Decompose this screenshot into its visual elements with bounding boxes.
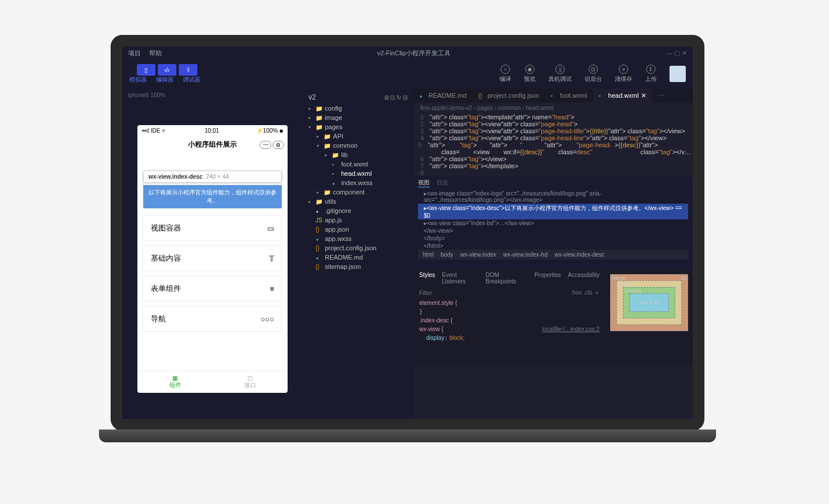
box-content: 240 × 44 [629,293,669,312]
tab-foot-wxml[interactable]: ▪foot.wxml [545,88,593,102]
styles-hov-cls[interactable]: :hov .cls ＋ [571,289,600,297]
list-item[interactable]: 视图容器▭ [143,215,282,241]
tab-debugger-icon[interactable]: ⫴ [179,64,197,76]
action-upload[interactable]: ↥上传 [640,65,661,83]
dom-node[interactable]: </html> [418,242,688,250]
editor-panel: ⬥README.md {}project.config.json ▪foot.w… [413,88,693,419]
form-icon: ≡ [270,285,274,293]
capsule-close-icon[interactable]: ⊙ [272,141,284,149]
phone-statusbar: ••ıl IDE ᯤ10:01⚡100% ■ [137,125,288,136]
dom-node[interactable]: </wx-view> [418,227,688,235]
menubar: 项目 帮助 v2-FinClip小程序开发工具 — ▢ ✕ [122,47,693,59]
dom-node[interactable]: ▸<wx-view class="index-desc">以下将展示小程序官方组… [418,204,688,219]
tab-readme[interactable]: ⬥README.md [413,88,472,102]
file-node[interactable]: ▸📁component [303,187,413,197]
dom-breadcrumb[interactable]: htmlbodywx-view.indexwx-view.index-hdwx-… [418,250,688,260]
file-node[interactable]: ▾📁common [303,141,413,150]
phone-tabbar: ▦组件 ◫接口 [137,371,288,393]
tab-editor[interactable]: 编辑器 [156,76,173,84]
phone-desc-highlight: 以下将展示小程序官方组件能力，组件样式仅供参考。 [143,185,282,208]
file-node[interactable]: ⬥.gitignore [303,206,413,215]
list-item[interactable]: 表单组件≡ [143,276,282,301]
dom-tab-view[interactable]: 视图 [418,179,430,187]
window-title: v2-FinClip小程序开发工具 [170,49,658,58]
file-node[interactable]: ▸📁lib [303,150,413,159]
file-node[interactable]: ⬥app.wxss [303,234,413,243]
dom-node[interactable]: ▸<wx-image class="index-logo" src="../re… [418,190,688,204]
tab-more-icon[interactable]: ⋯ [652,88,670,102]
inspect-tooltip: wx-view.index-desc240 × 44 [143,171,282,183]
phone-page-title: 小程序组件展示 ⋯⊙ [137,136,288,153]
file-node[interactable]: JSapp.js [303,215,413,225]
view-container-icon: ▭ [267,224,274,233]
explorer-actions[interactable]: ⊞ ⊡ ↻ ⊟ [384,94,408,101]
file-node[interactable]: {}sitemap.json [303,262,413,271]
phone-frame: ••ıl IDE ᯤ10:01⚡100% ■ 小程序组件展示 ⋯⊙ wx-vie… [137,125,288,393]
breadcrumb[interactable]: fino-applet-demo-v2 › pages › common › h… [413,102,693,113]
dom-inspector: 视图 日志 ▸<wx-image class="index-logo" src=… [413,176,693,269]
list-item[interactable]: 基础内容𝕋 [143,246,282,271]
devtab-listeners[interactable]: Event Listeners [442,272,479,285]
action-background[interactable]: ⊡切后台 [580,65,607,83]
file-node[interactable]: ▪foot.wxml [303,159,413,169]
action-clear-cache[interactable]: ≡清缓存 [610,65,637,83]
laptop-frame: 项目 帮助 v2-FinClip小程序开发工具 — ▢ ✕ ▯ ‹/› ⫴ 模拟… [99,35,716,460]
simulator-device[interactable]: iphone6 100% [122,88,303,102]
tab-simulator[interactable]: 模拟器 [129,76,147,84]
menu-help[interactable]: 帮助 [149,49,162,58]
dom-node[interactable]: ▸<wx-view class="index-bd">…</wx-view> [418,219,688,227]
tab-head-wxml[interactable]: ▪head.wxml ✕ [593,88,653,102]
capsule-menu-icon[interactable]: ⋯ [260,141,271,149]
tab-editor-icon[interactable]: ‹/› [158,64,176,76]
dom-tab-log[interactable]: 日志 [437,179,448,187]
file-node[interactable]: ▸📁config [303,104,413,113]
file-node[interactable]: {}app.json [303,225,413,234]
box-model: margin10 border padding 240 × 44 [605,269,693,365]
laptop-base [99,430,716,442]
devtab-a11y[interactable]: Accessibility [568,272,600,285]
devtab-dom-bp[interactable]: DOM Breakpoints [486,272,527,285]
avatar[interactable] [669,66,686,82]
file-node[interactable]: ▾📁pages [303,122,413,132]
file-node[interactable]: ▪head.wxml [303,169,413,178]
devtools-panel: Styles Event Listeners DOM Breakpoints P… [413,269,693,365]
file-node[interactable]: ⬥README.md [303,253,413,262]
file-node[interactable]: ▸📁API [303,132,413,141]
tab-project-config[interactable]: {}project.config.json [472,88,545,102]
action-preview[interactable]: ◉预览 [519,65,540,83]
text-icon: 𝕋 [269,254,274,263]
devtab-styles[interactable]: Styles [419,272,435,285]
dom-node[interactable]: </body> [418,235,688,242]
file-node[interactable]: ⬥index.wxss [303,178,413,187]
tab-api[interactable]: ◫接口 [212,371,288,393]
nav-icon: ○○○ [260,315,274,324]
file-node[interactable]: ▸📁image [303,113,413,122]
tab-debugger[interactable]: 调试器 [183,76,200,84]
toolbar: ▯ ‹/› ⫴ 模拟器 编辑器 调试器 ○编译 ◉预览 ▯真机调试 ⊡切后台 ≡… [122,59,693,88]
simulator-panel: iphone6 100% ••ıl IDE ᯤ10:01⚡100% ■ 小程序组… [122,88,303,419]
styles-rules[interactable]: element.style {}.index-desc {</span></di… [413,299,605,342]
tab-component[interactable]: ▦组件 [137,371,212,393]
devtab-props[interactable]: Properties [534,272,561,285]
file-node[interactable]: {}project.config.json [303,243,413,253]
menu-project[interactable]: 项目 [128,49,141,58]
code-editor[interactable]: 1"attr"> class="tag"><template"attr"> na… [413,113,693,176]
tab-simulator-icon[interactable]: ▯ [137,64,155,76]
project-root[interactable]: v2 [309,93,316,101]
list-item[interactable]: 导航○○○ [143,306,282,332]
window-controls[interactable]: — ▢ ✕ [666,49,687,57]
file-node[interactable]: ▸📁utils [303,197,413,206]
styles-filter-input[interactable] [419,289,571,297]
action-compile[interactable]: ○编译 [495,65,516,83]
file-explorer: v2 ⊞ ⊡ ↻ ⊟ ▸📁config▸📁image▾📁pages▸📁API▾📁… [303,88,413,419]
ide-window: 项目 帮助 v2-FinClip小程序开发工具 — ▢ ✕ ▯ ‹/› ⫴ 模拟… [111,35,704,431]
action-remote-debug[interactable]: ▯真机调试 [544,65,576,83]
editor-tabs: ⬥README.md {}project.config.json ▪foot.w… [413,88,693,102]
